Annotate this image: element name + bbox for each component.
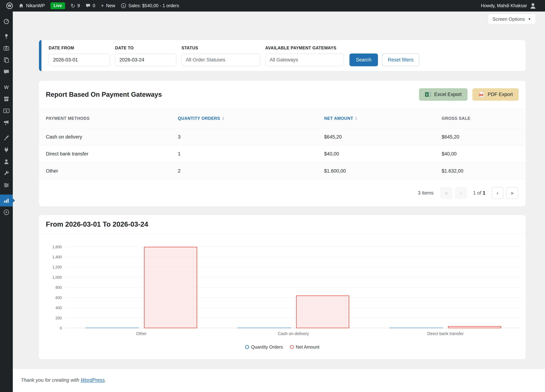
prev-page-button[interactable]: ‹ [455,187,467,199]
gateways-value: All Gateways [270,57,298,63]
legend-item-net-amount[interactable]: Net Amount [287,344,322,350]
sidebar-item-media-player[interactable] [0,207,13,218]
wordpress-menu[interactable]: W [3,0,15,12]
sales-text: Sales: $540,00 - 1 orders [128,3,179,8]
status-select[interactable]: All Order Statuses [181,54,260,66]
caret-down-icon: ▼ [528,17,531,21]
bar-group-1 [217,247,370,328]
sales-summary-link[interactable]: $ Sales: $540,00 - 1 orders [118,0,182,12]
site-link[interactable]: NikanWP [16,0,48,12]
date-to-input[interactable] [115,54,176,66]
report-panel: Report Based On Payment Gateways X Excel… [39,81,526,207]
sidebar-item-marketing[interactable] [0,117,13,129]
last-page-button[interactable]: » [506,187,518,199]
sidebar-item-woocommerce[interactable]: W [0,81,13,93]
x-axis-label: Direct bank transfer [370,331,521,336]
comments-count: 0 [93,3,95,8]
admin-sidebar: W $ [0,12,13,392]
bar-quantity-orders [390,328,443,328]
excel-export-button[interactable]: X Excel Export [419,88,468,101]
excel-icon: X [425,91,431,98]
column-header-quantity-orders[interactable]: QUANTITY ORDERS ▲▼ [178,116,324,121]
sidebar-item-users[interactable] [0,156,13,168]
cell-net-amount: $40,00 [324,151,442,157]
cell-quantity: 1 [178,151,324,157]
sidebar-item-dashboard[interactable] [0,15,13,27]
chart-title: From 2026-03-01 To 2026-03-24 [39,215,526,234]
environment-badge: Live [48,0,68,12]
status-value: All Order Statuses [186,57,225,63]
pushpin-icon [3,33,10,40]
pdf-export-label: PDF Export [488,92,513,97]
account-menu[interactable]: Howdy, Mahdi Khaksar [478,2,540,10]
archive-box-icon [3,96,10,102]
column-header-net-amount[interactable]: NET AMOUNT ▲▼ [324,116,442,121]
legend-item-quantity-orders[interactable]: Quantity Orders [242,344,286,350]
y-axis: 02004006008001,0001,2001,4001,600 [47,247,65,328]
status-label: STATUS [181,46,260,50]
woocommerce-icon: W [3,84,10,91]
date-to-field: DATE TO [115,46,176,67]
bar-net-amount [144,247,197,328]
screen-options-label: Screen Options [493,16,525,22]
wordpress-link[interactable]: WordPress [81,377,105,383]
sidebar-item-appearance[interactable] [0,132,13,144]
accent-bar [39,40,41,71]
bar-net-amount [448,326,501,328]
updates-count: 9 [77,3,80,8]
sidebar-item-payments[interactable]: $ [0,105,13,117]
plus-icon: + [101,2,104,9]
y-axis-label: 800 [47,285,62,290]
home-icon [18,3,24,8]
sidebar-item-posts[interactable] [0,31,13,43]
column-header-gross-sale: GROSS SALE [442,116,526,121]
first-page-button[interactable]: « [440,187,452,199]
cell-net-amount: $1.600,00 [324,168,442,174]
comments-link[interactable]: 0 [83,0,98,12]
pdf-export-button[interactable]: PDF PDF Export [472,88,519,101]
reset-filters-button[interactable]: Reset filters [382,54,419,66]
plot-area [65,247,521,328]
sort-icon: ▲▼ [355,116,357,121]
cell-net-amount: $645,20 [324,134,442,140]
screen-options-button[interactable]: Screen Options ▼ [488,14,536,24]
date-from-input[interactable] [49,54,110,66]
sidebar-item-media[interactable] [0,42,13,54]
items-count: 3 items [418,190,434,196]
x-axis-label: Cash on delivery [217,331,370,336]
pdf-icon: PDF [478,91,485,98]
next-page-button[interactable]: › [492,187,504,199]
legend-marker-icon [290,345,294,349]
report-title: Report Based On Payment Gateways [46,91,162,98]
sidebar-item-comments[interactable] [0,66,13,78]
y-axis-label: 200 [47,316,62,320]
sidebar-item-reports[interactable] [0,195,13,207]
cell-gross-sale: $645,20 [442,134,526,140]
legend-label: Quantity Orders [251,344,283,350]
howdy-text: Howdy, Mahdi Khaksar [481,3,527,8]
svg-text:$: $ [123,4,124,7]
gateways-label: AVAILABLE PAYMENT GATEWAYS [265,46,344,50]
sidebar-item-pages[interactable] [0,54,13,66]
table-row: Direct bank transfer 1 $40,00 $40,00 [39,146,526,163]
bar-net-amount [296,295,349,328]
sidebar-item-products[interactable] [0,93,13,105]
sidebar-item-settings[interactable] [0,179,13,191]
date-to-label: DATE TO [115,46,176,50]
legend-marker-icon [245,345,249,349]
bar-group-2 [370,247,521,328]
gateways-select[interactable]: All Gateways [265,54,344,66]
updates-link[interactable]: ↻ 9 [68,0,83,12]
sidebar-item-plugins[interactable] [0,144,13,156]
y-axis-label: 1,400 [47,255,62,259]
search-button[interactable]: Search [349,54,378,66]
wordpress-admin-page: W NikanWP Live ↻ 9 0 + New $ Sales: $540… [0,0,545,392]
bar-chart: 02004006008001,0001,2001,4001,600 OtherC… [47,247,521,336]
new-content-link[interactable]: + New [98,0,118,12]
excel-export-label: Excel Export [434,92,462,97]
y-axis-label: 400 [47,305,62,310]
svg-text:$: $ [6,109,7,113]
sidebar-item-tools[interactable] [0,168,13,179]
media-icon [3,45,10,52]
cell-payment-method: Direct bank transfer [46,151,178,157]
